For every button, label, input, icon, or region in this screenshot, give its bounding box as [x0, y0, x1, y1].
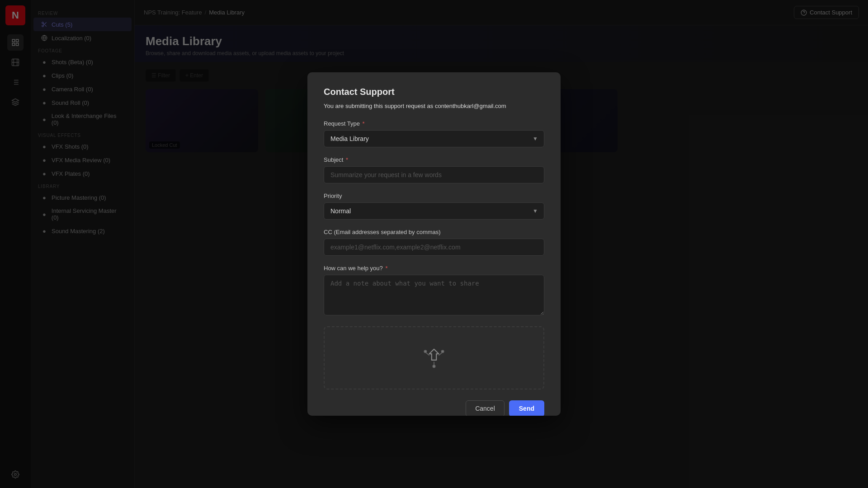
- svg-point-30: [433, 365, 435, 367]
- upload-area[interactable]: [324, 326, 544, 389]
- help-label: How can we help you? *: [324, 265, 544, 272]
- modal-overlay: Contact Support You are submitting this …: [135, 0, 868, 488]
- form-group-priority: Priority Low Normal High Urgent ▼: [324, 192, 544, 220]
- upload-icon: [422, 345, 446, 371]
- required-star-help: *: [385, 265, 387, 272]
- main-content: NPS Training: Feature / Media Library Co…: [135, 0, 868, 488]
- request-type-label: Request Type *: [324, 120, 544, 127]
- modal-title: Contact Support: [324, 87, 544, 97]
- contact-support-modal: Contact Support You are submitting this …: [307, 72, 561, 416]
- priority-select[interactable]: Low Normal High Urgent: [324, 202, 544, 220]
- modal-subtitle-prefix: You are submitting this support request …: [324, 103, 433, 109]
- svg-point-29: [441, 350, 443, 352]
- subject-input[interactable]: [324, 166, 544, 183]
- modal-user-email: contenthubkarl@gmail.com: [435, 103, 506, 109]
- priority-label: Priority: [324, 192, 544, 199]
- app-container: N REVIEW Cuts (5) Localizati: [0, 0, 868, 488]
- request-type-select[interactable]: Media Library Other: [324, 130, 544, 147]
- cc-label: CC (Email addresses separated by commas): [324, 229, 544, 235]
- help-textarea[interactable]: [324, 275, 544, 315]
- form-group-subject: Subject *: [324, 156, 544, 183]
- modal-actions: Cancel Send: [324, 400, 544, 416]
- cc-input[interactable]: [324, 239, 544, 256]
- svg-point-28: [424, 350, 426, 352]
- modal-subtitle: You are submitting this support request …: [324, 103, 544, 109]
- send-button[interactable]: Send: [509, 400, 544, 416]
- required-star-request-type: *: [363, 120, 365, 127]
- cancel-button[interactable]: Cancel: [466, 400, 505, 416]
- request-type-select-wrapper: Media Library Other ▼: [324, 130, 544, 147]
- form-group-help: How can we help you? *: [324, 265, 544, 317]
- form-group-request-type: Request Type * Media Library Other ▼: [324, 120, 544, 147]
- form-group-cc: CC (Email addresses separated by commas): [324, 229, 544, 256]
- required-star-subject: *: [346, 156, 348, 163]
- subject-label: Subject *: [324, 156, 544, 163]
- priority-select-wrapper: Low Normal High Urgent ▼: [324, 202, 544, 220]
